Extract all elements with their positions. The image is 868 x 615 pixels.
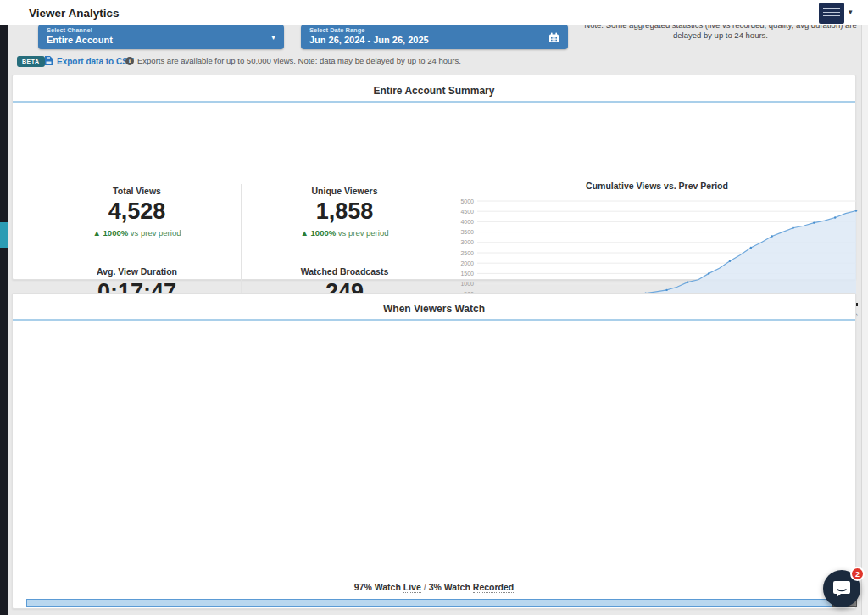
stat-change: ▲ 1000% vs prev period (33, 228, 241, 238)
channel-dropdown-value: Entire Account (47, 35, 113, 45)
stat-total-views: Total Views 4,528 ▲ 1000% vs prev period (33, 176, 241, 256)
svg-text:4500: 4500 (460, 209, 474, 215)
stat-unique-viewers: Unique Viewers 1,858 ▲ 1000% vs prev per… (241, 176, 448, 256)
summary-card-title: Entire Account Summary (13, 75, 855, 97)
left-edge-strip (0, 25, 8, 615)
svg-text:1000: 1000 (460, 281, 474, 287)
account-logo[interactable] (819, 3, 844, 24)
split-separator: / (421, 582, 429, 592)
side-panel-handle[interactable] (0, 222, 8, 248)
page-title: Viewer Analytics (29, 7, 120, 20)
channel-dropdown-label: Select Channel (47, 26, 92, 34)
watch-card-title: When Viewers Watch (13, 294, 855, 315)
export-info: i Exports are available for up to 50,000… (125, 56, 461, 65)
stat-label: Total Views (33, 186, 241, 196)
svg-text:2000: 2000 (460, 260, 474, 266)
svg-text:4000: 4000 (460, 219, 474, 225)
beta-badge: BETA (17, 56, 45, 67)
live-recorded-bar[interactable] (26, 599, 857, 607)
chat-unread-badge: 2 (850, 567, 865, 581)
info-icon[interactable]: i (125, 57, 134, 65)
calendar-icon (548, 31, 559, 47)
date-range-label: Select Date Range (309, 26, 364, 34)
scrollbar[interactable] (861, 25, 868, 615)
stat-change: ▲ 1000% vs prev period (241, 228, 448, 238)
export-file-icon (44, 56, 53, 67)
title-underline (13, 101, 855, 103)
stat-label: Unique Viewers (241, 186, 448, 196)
live-segment (26, 599, 832, 607)
stats-divider (241, 184, 242, 308)
title-underline (13, 319, 855, 321)
export-info-text: Exports are available for up to 50,000 v… (137, 56, 461, 65)
export-csv-label: Export data to CSV (57, 57, 134, 66)
when-viewers-watch-card: When Viewers Watch By Day 02040608010012… (12, 293, 856, 609)
chevron-down-icon: ▾ (271, 32, 275, 42)
arrow-up-icon: ▲ (93, 228, 101, 238)
account-summary-card: Entire Account Summary Total Views 4,528… (12, 75, 856, 280)
logo-icon (823, 8, 840, 18)
watch-live-term[interactable]: Live (403, 582, 421, 593)
stat-value: 4,528 (33, 198, 241, 225)
watch-recorded-term[interactable]: Recorded (473, 582, 514, 593)
svg-text:5000: 5000 (460, 198, 474, 204)
chat-bubble-icon (832, 579, 851, 601)
watch-recorded-prefix: 3% Watch (429, 582, 473, 592)
svg-text:3000: 3000 (460, 239, 474, 245)
export-csv-button[interactable]: Export data to CSV (44, 56, 134, 67)
svg-text:3500: 3500 (460, 229, 474, 235)
svg-text:2500: 2500 (460, 250, 474, 256)
stat-label: Avg. View Duration (33, 266, 241, 277)
cumulative-chart-title: Cumulative Views vs. Prev Period (453, 181, 860, 194)
date-range-dropdown[interactable]: Select Date Range Jun 26, 2024 - Jun 26,… (301, 25, 568, 49)
svg-text:1500: 1500 (460, 271, 474, 277)
account-menu-caret-icon[interactable]: ▾ (849, 8, 853, 16)
date-range-value: Jun 26, 2024 - Jun 26, 2025 (309, 35, 429, 45)
watch-live-prefix: 97% Watch (354, 582, 403, 592)
watch-split-text: 97% Watch Live/3% Watch Recorded (13, 582, 855, 592)
viewer-analytics-page: Viewer Analytics ▾ Select Channel Entire… (0, 0, 868, 615)
arrow-up-icon: ▲ (301, 228, 309, 238)
app-header: Viewer Analytics ▾ (0, 0, 868, 25)
channel-dropdown[interactable]: Select Channel Entire Account ▾ (38, 25, 284, 49)
stat-value: 1,858 (241, 198, 448, 225)
stat-label: Watched Broadcasts (241, 266, 448, 277)
